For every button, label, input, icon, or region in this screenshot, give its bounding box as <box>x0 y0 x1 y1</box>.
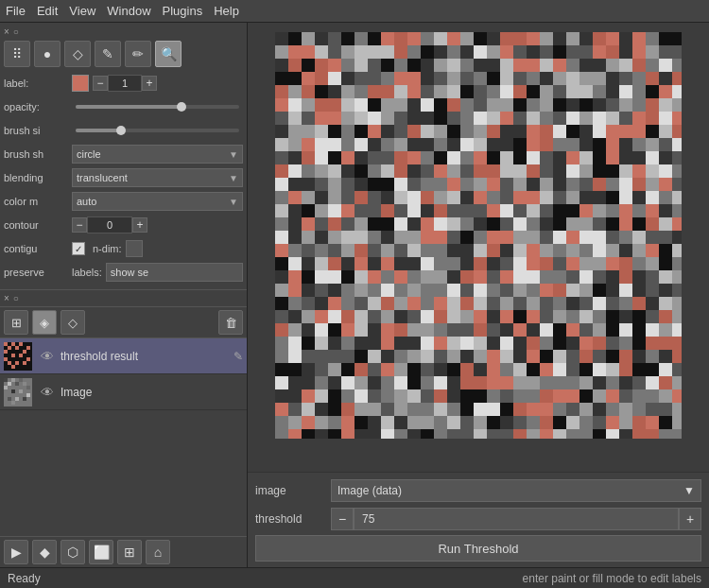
tool-search-icon[interactable]: 🔍 <box>155 41 182 67</box>
menu-window[interactable]: Window <box>107 4 150 18</box>
layer-grid-icon-btn[interactable]: ⊞ <box>4 310 28 335</box>
threshold-plus-btn[interactable]: + <box>679 508 701 530</box>
tool-fill-icon[interactable]: ● <box>34 41 61 67</box>
layer-poly-icon-btn[interactable]: ◇ <box>61 310 85 335</box>
opacity-slider-track[interactable] <box>76 105 239 109</box>
layer-diamond-icon-btn[interactable]: ◈ <box>32 310 57 335</box>
menu-view[interactable]: View <box>69 4 95 18</box>
color-mode-dropdown[interactable]: auto ▼ <box>72 192 243 211</box>
opacity-prop-label: opacity: <box>4 101 72 112</box>
layers-close-x[interactable]: × <box>4 293 9 303</box>
brush-size-value <box>72 129 243 132</box>
tool-scattered-icon[interactable]: ⠿ <box>4 41 30 67</box>
layers-close-bar: × ○ <box>0 290 247 307</box>
svg-rect-2 <box>11 342 15 346</box>
contour-num-input[interactable] <box>87 216 132 233</box>
blending-text: translucent <box>77 172 229 183</box>
svg-rect-24 <box>4 386 8 389</box>
blending-dropdown[interactable]: translucent ▼ <box>72 168 243 187</box>
layer-item-threshold[interactable]: 👁 threshold result ✎ <box>0 338 247 374</box>
brush-size-slider-track[interactable] <box>76 129 239 132</box>
svg-rect-9 <box>11 354 15 357</box>
brush-shape-text: circle <box>77 148 229 160</box>
contiguous-value: ✓ n-dim: <box>72 240 243 257</box>
opacity-prop-value <box>72 105 243 109</box>
layer-thumb-image <box>4 378 32 406</box>
layer-edit-icon-threshold[interactable]: ✎ <box>233 350 243 363</box>
threshold-minus-btn[interactable]: − <box>331 508 354 530</box>
svg-rect-31 <box>15 397 19 401</box>
brush-shape-dropdown[interactable]: circle ▼ <box>72 145 243 164</box>
label-plus-btn[interactable]: + <box>142 76 157 91</box>
menu-file[interactable]: File <box>6 4 26 18</box>
layers-toolbar-left: ⊞ ◈ ◇ <box>4 310 85 335</box>
brush-size-slider-fill <box>76 129 121 132</box>
contour-plus-btn[interactable]: + <box>132 217 147 233</box>
layers-toolbar: ⊞ ◈ ◇ 🗑 <box>0 307 247 338</box>
tool-line-icon[interactable]: ✏ <box>125 41 151 67</box>
tool-eraser-icon[interactable]: ◇ <box>64 41 91 67</box>
close-x-icon[interactable]: × <box>4 26 9 37</box>
layer-item-image[interactable]: 👁 Image ✎ <box>0 374 247 410</box>
tool-pencil-icon[interactable]: ✎ <box>95 41 121 67</box>
canvas-area <box>248 23 709 472</box>
svg-rect-29 <box>26 393 30 397</box>
bottom-panel: image Image (data) ▼ threshold − 75 + Ru… <box>248 472 709 567</box>
layer-name-image: Image <box>61 386 230 399</box>
tool-icons-row: ⠿ ● ◇ ✎ ✏ 🔍 <box>4 41 243 67</box>
color-mode-text: auto <box>77 196 229 207</box>
tab-btn-grid[interactable]: ⊞ <box>117 540 142 564</box>
svg-rect-23 <box>23 382 26 386</box>
image-row: image Image (data) ▼ <box>255 478 701 503</box>
menu-edit[interactable]: Edit <box>37 4 58 18</box>
color-mode-label: color m <box>4 196 72 207</box>
threshold-row-label: threshold <box>255 512 331 526</box>
layer-name-threshold: threshold result <box>61 350 230 363</box>
close-dot-icon[interactable]: ○ <box>13 26 19 37</box>
tab-btn-console[interactable]: ▶ <box>4 540 28 564</box>
contour-row: contour − + <box>4 215 243 235</box>
layers-close-dot[interactable]: ○ <box>13 293 19 303</box>
blending-arrow: ▼ <box>229 173 238 183</box>
svg-rect-16 <box>11 365 15 369</box>
tab-btn-hex[interactable]: ⬡ <box>61 540 85 564</box>
tab-btn-diamond[interactable]: ◆ <box>32 540 57 564</box>
brush-size-label: brush si <box>4 125 72 136</box>
menu-help[interactable]: Help <box>214 4 239 18</box>
layers-section: × ○ ⊞ ◈ ◇ 🗑 <box>0 290 247 567</box>
svg-rect-25 <box>26 386 30 389</box>
preserve-labels-text: labels: <box>72 267 102 278</box>
label-num-input[interactable] <box>108 75 142 92</box>
brush-shape-label: brush sh <box>4 148 72 160</box>
svg-rect-7 <box>4 350 8 354</box>
layer-eye-threshold[interactable]: 👁 <box>38 347 57 366</box>
image-dropdown-text: Image (data) <box>337 484 402 497</box>
label-prop-label: label: <box>4 78 72 89</box>
preserve-dropdown[interactable]: show se <box>106 263 243 282</box>
svg-rect-22 <box>15 382 19 386</box>
contour-minus-btn[interactable]: − <box>72 217 87 233</box>
brush-size-slider-thumb[interactable] <box>116 126 126 135</box>
svg-rect-27 <box>19 389 23 393</box>
opacity-slider-thumb[interactable] <box>177 102 186 112</box>
layer-eye-image[interactable]: 👁 <box>38 383 57 402</box>
contiguous-label: contigu <box>4 243 72 254</box>
brush-shape-row: brush sh circle ▼ <box>4 144 243 164</box>
main-layout: × ○ ⠿ ● ◇ ✎ ✏ 🔍 label: − + <box>0 23 709 567</box>
ndim-checkbox[interactable] <box>126 240 143 257</box>
menu-plugins[interactable]: Plugins <box>163 4 203 18</box>
left-panel: × ○ ⠿ ● ◇ ✎ ✏ 🔍 label: − + <box>0 23 248 567</box>
tab-btn-home[interactable]: ⌂ <box>146 540 170 564</box>
status-ready-text: Ready <box>8 572 41 585</box>
image-dropdown[interactable]: Image (data) ▼ <box>331 479 701 502</box>
tab-btn-square[interactable]: ⬜ <box>89 540 113 564</box>
label-minus-btn[interactable]: − <box>93 76 108 91</box>
svg-rect-6 <box>26 346 30 350</box>
svg-rect-21 <box>8 382 11 386</box>
svg-rect-1 <box>4 342 8 346</box>
label-color-swatch[interactable] <box>72 75 89 92</box>
contiguous-checkbox[interactable]: ✓ <box>72 242 85 255</box>
svg-rect-28 <box>4 393 8 397</box>
layer-delete-btn[interactable]: 🗑 <box>218 310 243 335</box>
run-threshold-btn[interactable]: Run Threshold <box>255 535 701 562</box>
